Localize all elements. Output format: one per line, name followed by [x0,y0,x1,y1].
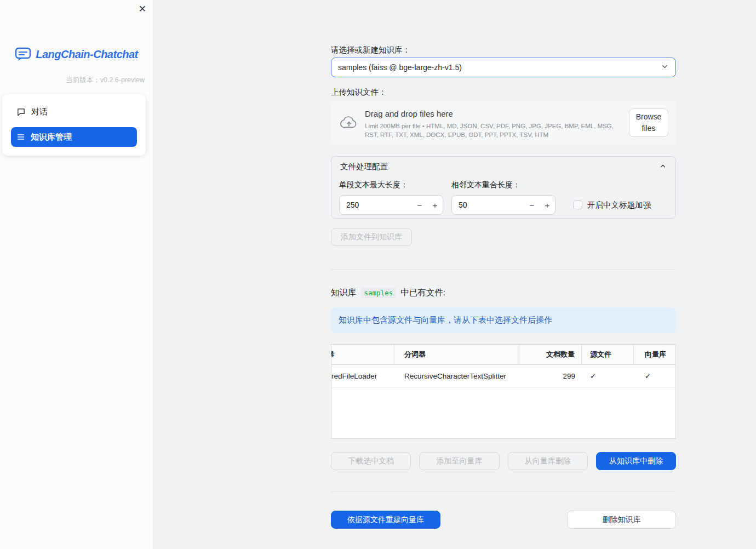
main-content: 请选择或新建知识库： samples (faiss @ bge-large-zh… [153,0,756,549]
config-expander-body: 单段文本最大长度： 相邻文本重合长度： 250 − + 50 − + [331,180,675,215]
table-row[interactable]: redFileLoader RecursiveCharacterTextSpli… [331,365,675,388]
kb-select-value: samples (faiss @ bge-large-zh-v1.5) [338,63,661,72]
uploader-text: Drag and drop files here Limit 200MB per… [365,109,627,139]
table-header-row: 器 分词器 文档数量 源文件 向量库 [331,345,675,365]
cell-doc-count: 299 [519,365,582,387]
app-logo: LangChain-Chatchat [0,47,153,61]
rebuild-vector-store-button[interactable]: 依据源文件重建向量库 [331,511,440,529]
cell-loader: redFileLoader [331,365,394,387]
chevron-up-icon [659,162,667,171]
config-expander-title: 文件处理配置 [340,162,388,172]
column-header-source-file[interactable]: 源文件 [582,345,634,364]
config-expander-header[interactable]: 文件处理配置 [331,157,675,177]
remove-from-vector-store-button[interactable]: 从向量库删除 [508,452,588,470]
file-action-buttons: 下载选中文档 添加至向量库 从向量库删除 从知识库中删除 [331,452,676,470]
sidebar-item-dialogue[interactable]: 对话 [11,102,137,122]
kb-name-code: samples [361,288,397,298]
files-table[interactable]: 器 分词器 文档数量 源文件 向量库 redFileLoader Recursi… [331,344,676,439]
checkbox-box[interactable] [574,201,582,209]
drag-drop-text: Drag and drop files here [365,109,627,118]
info-alert: 知识库中包含源文件与向量库，请从下表中选择文件后操作 [331,307,676,333]
cell-vector-store-check: ✓ [634,365,675,387]
sidebar-item-knowledge-base[interactable]: 知识库管理 [11,127,137,147]
close-icon: ✕ [139,4,146,14]
chunk-size-value: 250 [340,201,412,209]
chunk-size-input[interactable]: 250 − + [339,195,443,215]
kb-select-label: 请选择或新建知识库： [331,45,410,55]
zh-title-checkbox[interactable]: 开启中文标题加强 [574,200,651,210]
overlap-size-input[interactable]: 50 − + [451,195,555,215]
delete-from-kb-button[interactable]: 从知识库中删除 [596,452,676,470]
logo-chat-icon [15,47,31,61]
sidebar-item-label: 知识库管理 [31,132,72,142]
column-header-doc-count[interactable]: 文档数量 [519,345,582,364]
divider [331,269,676,270]
cell-source-file-check: ✓ [582,365,634,387]
config-labels: 单段文本最大长度： 相邻文本重合长度： [339,180,668,190]
upload-label: 上传知识文件： [331,87,387,98]
column-header-loader[interactable]: 器 [331,345,394,364]
content-column: 请选择或新建知识库： samples (faiss @ bge-large-zh… [331,0,676,549]
minus-icon[interactable]: − [412,196,427,214]
plus-icon[interactable]: + [540,196,555,214]
logo-text: LangChain-Chatchat [36,48,138,61]
kb-files-heading: 知识库 samples 中已有文件: [331,287,445,299]
kb-files-suffix: 中已有文件: [400,287,445,299]
add-to-vector-store-button[interactable]: 添加至向量库 [419,452,499,470]
chevron-down-icon [661,62,669,73]
close-sidebar-button[interactable]: ✕ [139,2,146,16]
chat-bubble-icon [16,107,26,117]
column-header-splitter[interactable]: 分词器 [394,345,519,364]
file-limit-text: Limit 200MB per file • HTML, MD, JSON, C… [365,122,627,139]
delete-kb-button[interactable]: 删除知识库 [567,511,676,529]
config-expander: 文件处理配置 单段文本最大长度： 相邻文本重合长度： 250 [331,156,676,219]
config-inputs: 250 − + 50 − + 开启中文标题加强 [339,195,668,215]
kb-management-buttons: 依据源文件重建向量库 删除知识库 [331,511,676,529]
divider [331,491,676,492]
plus-icon[interactable]: + [427,196,443,214]
overlap-size-label: 相邻文本重合长度： [451,180,555,190]
column-header-vector-store[interactable]: 向量库 [634,345,675,364]
file-uploader-dropzone[interactable]: Drag and drop files here Limit 200MB per… [331,100,676,145]
minus-icon[interactable]: − [524,196,540,214]
kb-files-prefix: 知识库 [331,287,357,299]
cell-splitter: RecursiveCharacterTextSplitter [394,365,519,387]
version-label: 当前版本：v0.2.6-preview [66,76,145,85]
kb-select[interactable]: samples (faiss @ bge-large-zh-v1.5) [331,58,676,77]
add-files-to-kb-button[interactable]: 添加文件到知识库 [331,228,412,246]
overlap-size-value: 50 [452,201,524,209]
list-icon [16,133,25,141]
sidebar-item-label: 对话 [31,107,48,117]
sidebar-menu: 对话 知识库管理 [2,94,146,156]
browse-files-button[interactable]: Browse files [629,108,668,137]
chunk-size-label: 单段文本最大长度： [339,180,443,190]
upload-cloud-icon [340,115,358,133]
zh-title-checkbox-label: 开启中文标题加强 [587,200,651,210]
sidebar: ✕ LangChain-Chatchat 当前版本：v0.2.6-preview [0,0,153,549]
download-selected-button[interactable]: 下载选中文档 [331,452,411,470]
